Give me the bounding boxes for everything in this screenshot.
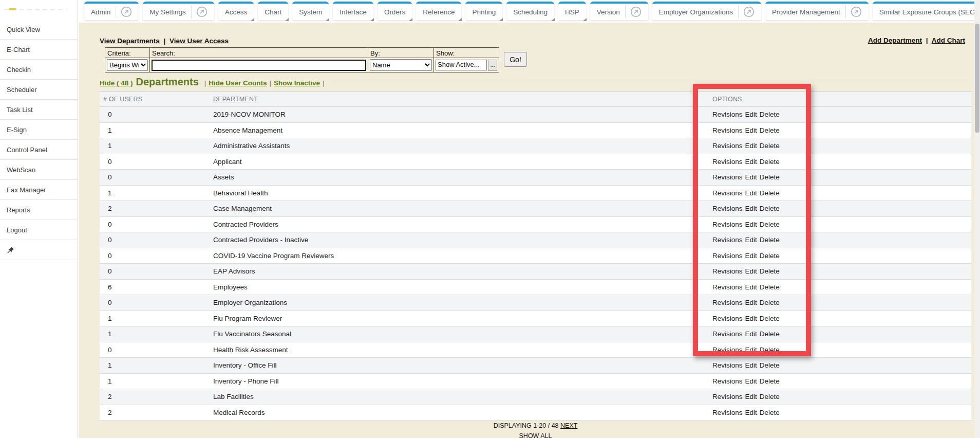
top-tab[interactable]: Version xyxy=(590,2,648,20)
revisions-link[interactable]: Revisions xyxy=(712,346,743,354)
revisions-link[interactable]: Revisions xyxy=(712,173,743,181)
edit-link[interactable]: Edit xyxy=(745,361,757,369)
revisions-link[interactable]: Revisions xyxy=(712,142,743,150)
edit-link[interactable]: Edit xyxy=(745,126,757,134)
edit-link[interactable]: Edit xyxy=(745,315,757,322)
delete-link[interactable]: Delete xyxy=(760,346,780,354)
department-column-header[interactable]: DEPARTMENT xyxy=(213,96,258,103)
go-button[interactable]: Go! xyxy=(504,52,527,67)
revisions-link[interactable]: Revisions xyxy=(712,126,743,134)
edit-link[interactable]: Edit xyxy=(745,189,757,197)
add-chart-link[interactable]: Add Chart xyxy=(932,36,965,44)
add-department-link[interactable]: Add Department xyxy=(868,36,922,44)
revisions-link[interactable]: Revisions xyxy=(712,377,743,385)
view-departments-link[interactable]: View Departments xyxy=(100,37,160,45)
revisions-link[interactable]: Revisions xyxy=(712,236,743,244)
open-in-new-window-icon[interactable] xyxy=(625,6,642,18)
delete-link[interactable]: Delete xyxy=(760,158,780,166)
sidebar-item[interactable]: Fax Manager xyxy=(0,180,78,200)
sidebar-item[interactable]: Control Panel xyxy=(0,140,78,160)
delete-link[interactable]: Delete xyxy=(760,393,780,400)
edit-link[interactable]: Edit xyxy=(745,393,757,400)
revisions-link[interactable]: Revisions xyxy=(712,111,743,118)
delete-link[interactable]: Delete xyxy=(760,236,780,244)
top-tab[interactable]: Reference xyxy=(416,2,461,20)
edit-link[interactable]: Edit xyxy=(745,283,757,291)
delete-link[interactable]: Delete xyxy=(760,252,780,260)
revisions-link[interactable]: Revisions xyxy=(712,361,743,369)
top-tab[interactable]: Access xyxy=(218,2,254,20)
by-select[interactable]: Name xyxy=(370,59,432,71)
open-in-new-window-icon[interactable] xyxy=(738,6,755,18)
edit-link[interactable]: Edit xyxy=(745,346,757,354)
delete-link[interactable]: Delete xyxy=(760,126,780,134)
top-tab[interactable]: Chart xyxy=(258,2,288,20)
sidebar-item[interactable]: Task List xyxy=(0,100,78,120)
delete-link[interactable]: Delete xyxy=(760,221,780,228)
revisions-link[interactable]: Revisions xyxy=(712,283,743,291)
edit-link[interactable]: Edit xyxy=(745,158,757,166)
revisions-link[interactable]: Revisions xyxy=(712,205,743,212)
delete-link[interactable]: Delete xyxy=(760,377,780,385)
top-tab[interactable]: Printing xyxy=(465,2,502,20)
revisions-link[interactable]: Revisions xyxy=(712,252,743,260)
edit-link[interactable]: Edit xyxy=(745,409,757,416)
delete-link[interactable]: Delete xyxy=(760,111,780,118)
revisions-link[interactable]: Revisions xyxy=(712,409,743,416)
top-tab[interactable]: Orders xyxy=(378,2,412,20)
search-input[interactable] xyxy=(152,60,366,71)
sidebar-pin-button[interactable] xyxy=(0,240,78,260)
sidebar-item[interactable]: Checkin xyxy=(0,60,78,80)
delete-link[interactable]: Delete xyxy=(760,409,780,416)
sidebar-item[interactable]: Reports xyxy=(0,200,78,220)
delete-link[interactable]: Delete xyxy=(760,142,780,150)
sidebar-item[interactable]: E-Chart xyxy=(0,40,78,60)
revisions-link[interactable]: Revisions xyxy=(712,330,743,338)
view-user-access-link[interactable]: View User Access xyxy=(169,37,229,45)
edit-link[interactable]: Edit xyxy=(745,377,757,385)
hide-count-link[interactable]: Hide ( 48 ) xyxy=(100,79,133,87)
delete-link[interactable]: Delete xyxy=(760,173,780,181)
edit-link[interactable]: Edit xyxy=(745,111,757,118)
revisions-link[interactable]: Revisions xyxy=(712,267,743,275)
edit-link[interactable]: Edit xyxy=(745,267,757,275)
criteria-select[interactable]: Begins With xyxy=(107,59,148,71)
revisions-link[interactable]: Revisions xyxy=(712,221,743,228)
top-tab[interactable]: HSP xyxy=(558,2,586,20)
edit-link[interactable]: Edit xyxy=(745,173,757,181)
sidebar-item[interactable]: Quick View xyxy=(0,20,78,40)
hide-user-counts-link[interactable]: Hide User Counts xyxy=(209,79,267,87)
edit-link[interactable]: Edit xyxy=(745,299,757,306)
revisions-link[interactable]: Revisions xyxy=(712,315,743,322)
scrollbar-thumb[interactable] xyxy=(975,24,979,133)
open-in-new-window-icon[interactable] xyxy=(191,6,208,18)
top-tab[interactable]: System xyxy=(292,2,329,20)
edit-link[interactable]: Edit xyxy=(745,205,757,212)
top-tab[interactable]: Similar Exposure Groups (SEGs) xyxy=(873,2,974,20)
show-all-link[interactable]: SHOW ALL xyxy=(100,432,971,438)
top-tab[interactable]: Scheduling xyxy=(506,2,554,20)
delete-link[interactable]: Delete xyxy=(760,330,780,338)
revisions-link[interactable]: Revisions xyxy=(712,393,743,400)
revisions-link[interactable]: Revisions xyxy=(712,158,743,166)
delete-link[interactable]: Delete xyxy=(760,315,780,322)
top-tab[interactable]: Employer Organizations xyxy=(652,2,761,20)
top-tab[interactable]: Provider Management xyxy=(765,2,869,20)
delete-link[interactable]: Delete xyxy=(760,267,780,275)
sidebar-item[interactable]: E-Sign xyxy=(0,120,78,140)
show-filter-value[interactable]: Show Active... xyxy=(436,60,487,70)
open-in-new-window-icon[interactable] xyxy=(845,6,862,18)
delete-link[interactable]: Delete xyxy=(760,189,780,197)
delete-link[interactable]: Delete xyxy=(760,361,780,369)
next-page-link[interactable]: NEXT xyxy=(560,422,577,429)
edit-link[interactable]: Edit xyxy=(745,142,757,150)
edit-link[interactable]: Edit xyxy=(745,236,757,244)
vertical-scrollbar[interactable] xyxy=(974,0,980,438)
edit-link[interactable]: Edit xyxy=(745,330,757,338)
edit-link[interactable]: Edit xyxy=(745,252,757,260)
show-inactive-link[interactable]: Show Inactive xyxy=(274,79,320,87)
delete-link[interactable]: Delete xyxy=(760,283,780,291)
delete-link[interactable]: Delete xyxy=(760,205,780,212)
edit-link[interactable]: Edit xyxy=(745,221,757,228)
revisions-link[interactable]: Revisions xyxy=(712,299,743,306)
